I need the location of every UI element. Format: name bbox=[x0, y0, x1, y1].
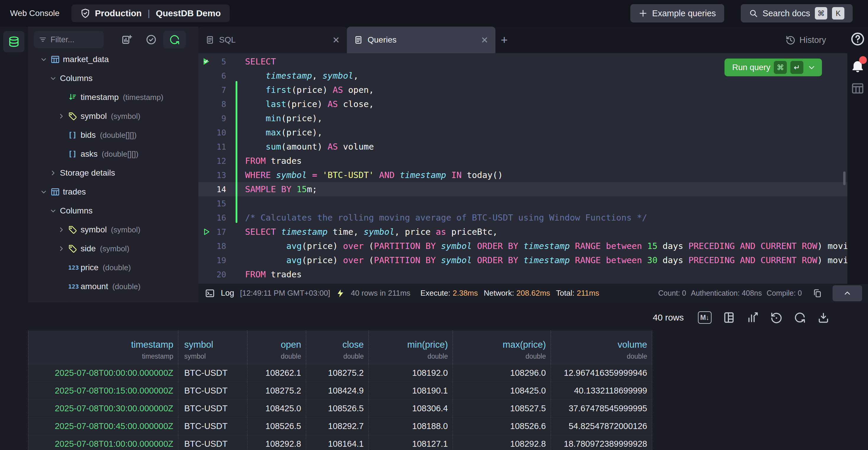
tree-item-symbol[interactable]: symbol(symbol) bbox=[28, 220, 198, 239]
tab-queries[interactable]: Queries✕ bbox=[347, 27, 495, 53]
cell-symbol: BTC-USDT bbox=[178, 418, 247, 435]
tab-bar: SQL✕Queries✕ + History bbox=[198, 27, 847, 53]
code-line-17[interactable]: 17SELECT timestamp time, symbol, price a… bbox=[198, 225, 847, 239]
code-line-18[interactable]: 18 avg(price) over (PARTITION BY symbol … bbox=[198, 239, 847, 253]
badge-divider: | bbox=[148, 8, 150, 18]
cell-open: 108526.5 bbox=[247, 418, 306, 435]
column-header-symbol[interactable]: symbolsymbol bbox=[178, 331, 247, 364]
check-circle-icon bbox=[146, 34, 157, 45]
tag-icon bbox=[68, 112, 77, 121]
query-history-button[interactable] bbox=[770, 311, 782, 324]
schema-filter[interactable] bbox=[34, 31, 104, 48]
code-line-15[interactable]: 15 bbox=[198, 196, 847, 210]
collapse-log-button[interactable] bbox=[833, 285, 862, 301]
code-line-7[interactable]: 7 first(price) AS open, bbox=[198, 83, 847, 97]
run-query-button[interactable]: Run query ⌘ ↵ bbox=[724, 59, 822, 76]
add-table-button[interactable] bbox=[118, 31, 136, 49]
line-number: 8 bbox=[198, 100, 236, 109]
search-docs-button[interactable]: Search docs ⌘ K bbox=[741, 4, 852, 23]
tree-item-market-data[interactable]: market_data bbox=[28, 50, 198, 69]
column-type: double bbox=[428, 353, 448, 360]
help-button[interactable] bbox=[847, 31, 868, 47]
tree-item-type: (double) bbox=[103, 263, 131, 272]
tree-item-side[interactable]: side(symbol) bbox=[28, 239, 198, 258]
tree-item-symbol[interactable]: symbol(symbol) bbox=[28, 107, 198, 126]
download-csv-button[interactable] bbox=[817, 311, 830, 324]
chart-explore-icon bbox=[746, 311, 759, 324]
clock-undo-icon bbox=[770, 311, 782, 324]
example-queries-button[interactable]: Example queries bbox=[630, 4, 724, 23]
log-summary: 40 rows in 211ms bbox=[351, 288, 410, 298]
code-line-13[interactable]: 13WHERE symbol = 'BTC-USDT' AND timestam… bbox=[198, 168, 847, 182]
tree-item-asks[interactable]: []asks(double[][]) bbox=[28, 145, 198, 164]
refresh-schema-button[interactable] bbox=[163, 31, 186, 49]
copy-log-button[interactable] bbox=[808, 285, 827, 301]
markdown-export-button[interactable]: M↓ bbox=[698, 311, 712, 324]
tree-item-columns[interactable]: Columns bbox=[28, 69, 198, 88]
code-line-16[interactable]: 16/* Calculates the rolling moving avera… bbox=[198, 210, 847, 225]
schema-toolbar bbox=[28, 27, 198, 53]
line-number: 20 bbox=[198, 270, 236, 279]
filter-input[interactable] bbox=[51, 35, 92, 44]
editor-scrollbar[interactable] bbox=[843, 171, 845, 185]
table-row[interactable]: 2025-07-08T00:45:00.000000ZBTC-USDT10852… bbox=[28, 418, 652, 435]
sort-desc-icon bbox=[68, 93, 77, 102]
cmd-key-badge: ⌘ bbox=[774, 61, 787, 74]
tree-item-timestamp[interactable]: timestamp(timestamp) bbox=[28, 296, 198, 302]
tree-item-price[interactable]: 123price(double) bbox=[28, 258, 198, 277]
refresh-results-button[interactable] bbox=[794, 311, 806, 324]
tree-item-bids[interactable]: []bids(double[][]) bbox=[28, 126, 198, 145]
refresh-icon bbox=[794, 311, 806, 324]
tree-item-columns[interactable]: Columns bbox=[28, 201, 198, 220]
history-button[interactable]: History bbox=[785, 27, 847, 53]
table-row[interactable]: 2025-07-08T00:00:00.000000ZBTC-USDT10826… bbox=[28, 364, 652, 382]
tree-item-label: amount bbox=[81, 282, 108, 291]
close-tab-icon[interactable]: ✕ bbox=[333, 35, 340, 45]
column-header-timestamp[interactable]: timestamptimestamp bbox=[28, 331, 178, 364]
code-line-10[interactable]: 10 max(price), bbox=[198, 125, 847, 140]
code-line-20[interactable]: 20FROM trades bbox=[198, 267, 847, 281]
close-tab-icon[interactable]: ✕ bbox=[481, 35, 488, 45]
cell-volume: 12.967416359999946 bbox=[551, 364, 652, 382]
code-line-11[interactable]: 11 sum(amount) AS volume bbox=[198, 140, 847, 154]
new-tab-button[interactable]: + bbox=[495, 27, 513, 53]
tree-item-label: Storage details bbox=[60, 168, 115, 178]
download-icon bbox=[817, 311, 830, 324]
table-row[interactable]: 2025-07-08T01:00:00.000000ZBTC-USDT10829… bbox=[28, 435, 652, 450]
code-line-12[interactable]: 12FROM trades bbox=[198, 154, 847, 168]
sql-editor[interactable]: 5SELECT6 timestamp, symbol,7 first(price… bbox=[198, 53, 847, 284]
code-line-19[interactable]: 19 avg(price) over (PARTITION BY symbol … bbox=[198, 253, 847, 267]
tree-item-label: price bbox=[81, 263, 99, 272]
tree-item-timestamp[interactable]: timestamp(timestamp) bbox=[28, 88, 198, 107]
file-icon bbox=[206, 35, 214, 44]
tree-item-amount[interactable]: 123amount(double) bbox=[28, 277, 198, 296]
column-header-volume[interactable]: volumedouble bbox=[551, 331, 652, 364]
cell-min-price-: 108306.4 bbox=[369, 400, 453, 417]
column-header-min-price-[interactable]: min(price)double bbox=[369, 331, 453, 364]
top-bar: Web Console Production | QuestDB Demo Ex… bbox=[0, 0, 868, 27]
results-panel-button[interactable] bbox=[847, 82, 868, 95]
notifications-button[interactable] bbox=[847, 59, 868, 75]
column-header-close[interactable]: closedouble bbox=[306, 331, 369, 364]
column-header-open[interactable]: opendouble bbox=[247, 331, 306, 364]
select-tables-button[interactable] bbox=[142, 31, 160, 49]
tables-panel-button[interactable] bbox=[3, 31, 25, 52]
table-row[interactable]: 2025-07-08T00:30:00.000000ZBTC-USDT10842… bbox=[28, 400, 652, 418]
environment-badge[interactable]: Production | QuestDB Demo bbox=[71, 4, 230, 22]
visualize-button[interactable] bbox=[746, 311, 759, 324]
shield-check-icon bbox=[80, 8, 90, 18]
code-line-9[interactable]: 9 min(price), bbox=[198, 111, 847, 125]
tree-item-storage-details[interactable]: Storage details bbox=[28, 164, 198, 182]
tree-item-trades[interactable]: trades bbox=[28, 182, 198, 201]
code-line-8[interactable]: 8 last(price) AS close, bbox=[198, 97, 847, 111]
column-header-max-price-[interactable]: max(price)double bbox=[453, 331, 551, 364]
tab-sql[interactable]: SQL✕ bbox=[198, 27, 347, 53]
chevron-right-icon bbox=[49, 169, 57, 177]
code-line-14[interactable]: 14SAMPLE BY 15m; bbox=[198, 182, 847, 196]
table-row[interactable]: 2025-07-08T00:15:00.000000ZBTC-USDT10827… bbox=[28, 382, 652, 400]
database-icon bbox=[8, 35, 20, 48]
log-metric: Total:211ms bbox=[556, 288, 599, 298]
line-number: 18 bbox=[198, 242, 236, 251]
cell-min-price-: 108127.1 bbox=[369, 435, 453, 450]
toggle-columns-button[interactable] bbox=[723, 311, 735, 324]
